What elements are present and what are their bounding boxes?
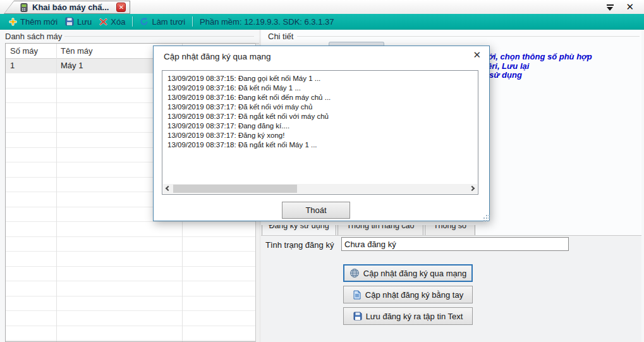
refresh-icon	[140, 17, 149, 26]
software-version-text: Phần mềm: 12.19.9.3. SDK: 6.3.1.37	[196, 17, 334, 27]
window-close-icon[interactable]: ✕	[626, 3, 634, 11]
dialog-title: Cập nhật đăng ký qua mạng	[164, 52, 271, 61]
cell-so-may: 1	[6, 59, 56, 73]
plus-icon	[9, 18, 17, 26]
column-header-so-may[interactable]: Số máy	[6, 44, 56, 58]
tab-khai-bao-may[interactable]: Khai báo máy chấ... ✕	[4, 1, 130, 14]
detail-tab-strip: Đăng ký sử dụng Thông tin nâng cao Thông…	[262, 225, 497, 235]
save-button[interactable]: Lưu	[61, 17, 95, 27]
toolbar-separator	[132, 16, 133, 27]
log-line: 13/09/2019 08:37:17: Đăng ký xong!	[167, 131, 477, 140]
tab-thong-so[interactable]: Thông số	[425, 225, 475, 235]
device-icon	[20, 3, 28, 12]
scroll-right-icon[interactable]	[470, 186, 475, 191]
instruction-text-fragment: sử dụng	[489, 70, 522, 80]
right-panel-title: Chi tiết	[268, 32, 293, 41]
update-registration-manual-button[interactable]: Cập nhật đăng ký bằng tay	[343, 286, 473, 303]
log-lines: 13/09/2019 08:37:15: Đang gọi kết nối Má…	[167, 74, 477, 150]
save-file-icon	[353, 312, 362, 321]
log-horizontal-scrollbar[interactable]	[163, 184, 477, 193]
toolbar: Thêm mới Lưu Xóa Làm tươi Phần mềm: 12.1…	[0, 14, 644, 30]
update-registration-dialog: Cập nhật đăng ký qua mạng ✕ 13/09/2019 0…	[153, 46, 490, 221]
tab-list-dropdown-icon[interactable]	[606, 3, 614, 11]
registration-status-label: Tình trạng đăng ký	[265, 240, 334, 250]
instruction-text-fragment: ới, chọn thông số phù hợp	[488, 52, 592, 61]
instruction-text-fragment: êri, Lưu lại	[487, 61, 529, 71]
dialog-close-icon[interactable]: ✕	[473, 50, 481, 60]
document-icon	[353, 290, 361, 300]
scrollbar-thumb[interactable]	[173, 185, 297, 193]
add-new-button[interactable]: Thêm mới	[5, 17, 61, 27]
toolbar-separator	[192, 16, 193, 27]
document-tab-strip: Khai báo máy chấ... ✕ ✕	[0, 0, 644, 14]
save-registration-to-text-button[interactable]: Lưu đăng ký ra tập tin Text	[343, 307, 473, 325]
resize-grip-icon[interactable]	[486, 217, 487, 219]
log-line: 13/09/2019 08:37:15: Đang gọi kết nối Má…	[167, 74, 477, 83]
scroll-left-icon[interactable]	[166, 186, 171, 191]
log-line: 13/09/2019 08:37:17: Đã ngắt kết nối với…	[167, 112, 477, 121]
app-window: Khai báo máy chấ... ✕ ✕ Thêm mới Lưu	[0, 0, 644, 342]
tab-title: Khai báo máy chấ...	[32, 3, 109, 12]
log-line: 13/09/2019 08:37:16: Đã kết nối Máy 1 ..…	[167, 83, 477, 93]
column-divider	[56, 44, 57, 341]
log-line: 13/09/2019 08:37:17: Đang đăng kí....	[167, 121, 477, 131]
registration-status-field[interactable]	[341, 237, 569, 251]
tab-dang-ky[interactable]: Đăng ký sử dụng	[262, 225, 336, 235]
groupbox-line	[64, 36, 254, 37]
left-panel-title: Danh sách máy	[5, 32, 62, 41]
update-registration-online-button[interactable]: Cập nhật đăng ký qua mạng	[343, 264, 473, 282]
refresh-button[interactable]: Làm tươi	[136, 17, 189, 27]
save-icon	[65, 17, 74, 26]
globe-icon	[349, 268, 360, 278]
log-line: 13/09/2019 08:37:18: Đã ngắt kết nối Máy…	[167, 140, 477, 150]
tab-close-icon[interactable]: ✕	[116, 3, 126, 12]
connection-log-textarea[interactable]: 13/09/2019 08:37:15: Đang gọi kết nối Má…	[162, 70, 478, 195]
delete-x-icon	[99, 18, 107, 26]
exit-button[interactable]: Thoát	[282, 202, 350, 219]
groupbox-line	[297, 36, 640, 37]
log-line: 13/09/2019 08:37:17: Đã kết nối với máy …	[167, 102, 477, 112]
log-line: 13/09/2019 08:37:16: Đang kết nối đến má…	[167, 93, 477, 102]
tab-thong-tin-nang-cao[interactable]: Thông tin nâng cao	[337, 225, 423, 235]
delete-button[interactable]: Xóa	[95, 17, 129, 27]
